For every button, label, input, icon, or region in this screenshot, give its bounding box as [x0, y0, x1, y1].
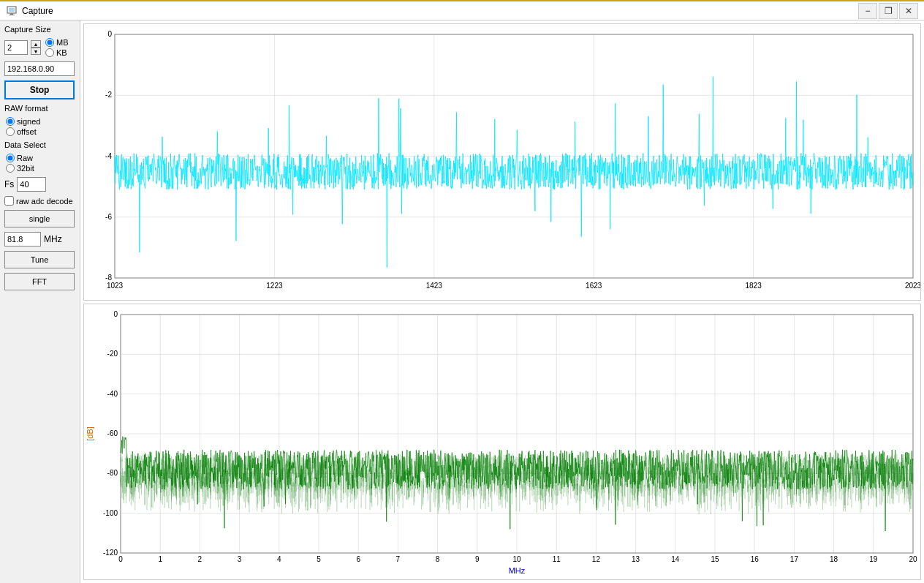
window-title: Capture [22, 6, 53, 16]
app-icon [6, 5, 18, 17]
charts-area [80, 20, 924, 583]
stop-button[interactable]: Stop [4, 80, 75, 99]
signed-radio-row: signed [6, 117, 75, 126]
ip-input[interactable] [4, 61, 75, 76]
fs-row: Fs [4, 177, 75, 192]
fs-label: Fs [4, 179, 14, 189]
bit32-radio[interactable] [6, 164, 15, 173]
spin-up-button[interactable]: ▲ [31, 40, 41, 48]
svg-rect-1 [9, 8, 15, 12]
mb-label[interactable]: MB [56, 38, 69, 47]
size-unit-group: MB KB [44, 38, 69, 57]
svg-rect-3 [9, 15, 15, 15]
bit32-label[interactable]: 32bit [17, 164, 34, 173]
capture-size-input[interactable] [4, 40, 28, 55]
title-bar-left: Capture [6, 5, 53, 17]
mhz-label: MHz [44, 234, 62, 244]
top-chart [83, 23, 921, 301]
kb-label[interactable]: KB [56, 48, 67, 57]
tune-button[interactable]: Tune [4, 251, 75, 268]
title-bar: Capture − ❐ ✕ [0, 0, 924, 20]
signed-radio[interactable] [6, 117, 15, 126]
raw-format-group: signed offset [4, 117, 75, 136]
raw-format-label: RAW format [4, 104, 75, 113]
raw-adc-row: raw adc decode [4, 196, 75, 206]
mb-radio-row: MB [45, 38, 69, 47]
fs-input[interactable] [17, 177, 46, 192]
raw-radio[interactable] [6, 154, 15, 162]
minimize-button[interactable]: − [858, 3, 877, 19]
kb-radio[interactable] [45, 48, 54, 57]
bottom-chart-canvas [84, 304, 920, 579]
spin-buttons: ▲ ▼ [31, 40, 41, 55]
bit32-radio-row: 32bit [6, 164, 75, 173]
fft-button[interactable]: FFT [4, 273, 75, 290]
main-container: Capture Size ▲ ▼ MB KB Stop RAW format [0, 20, 924, 583]
svg-rect-2 [10, 13, 13, 15]
spin-down-button[interactable]: ▼ [31, 48, 41, 55]
capture-size-row: ▲ ▼ MB KB [4, 38, 75, 57]
mhz-row: MHz [4, 232, 75, 247]
offset-label[interactable]: offset [17, 127, 37, 136]
mb-radio[interactable] [45, 38, 54, 47]
sidebar: Capture Size ▲ ▼ MB KB Stop RAW format [0, 20, 80, 583]
raw-adc-checkbox[interactable] [4, 196, 14, 206]
restore-button[interactable]: ❐ [879, 3, 898, 19]
title-bar-controls: − ❐ ✕ [858, 3, 918, 19]
data-select-label: Data Select [4, 140, 75, 149]
raw-label[interactable]: Raw [17, 154, 33, 162]
raw-radio-row: Raw [6, 154, 75, 162]
data-select-group: Raw 32bit [4, 154, 75, 173]
single-button[interactable]: single [4, 210, 75, 227]
signed-label[interactable]: signed [17, 117, 40, 126]
offset-radio[interactable] [6, 127, 15, 136]
raw-adc-label[interactable]: raw adc decode [16, 197, 73, 206]
offset-radio-row: offset [6, 127, 75, 136]
capture-size-label: Capture Size [4, 25, 75, 34]
bottom-chart [83, 304, 921, 580]
kb-radio-row: KB [45, 48, 69, 57]
top-chart-canvas [84, 24, 920, 300]
close-button[interactable]: ✕ [899, 3, 918, 19]
mhz-input[interactable] [4, 232, 41, 247]
